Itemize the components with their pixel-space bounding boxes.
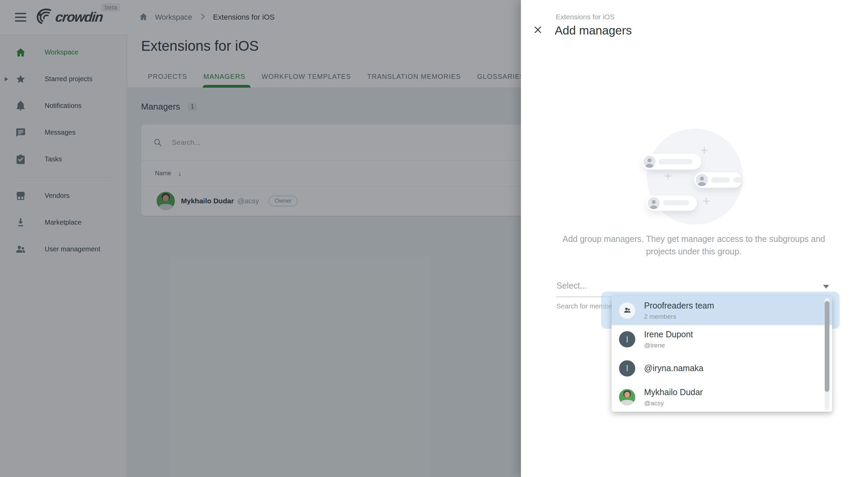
illustration-bar	[663, 200, 689, 205]
dropdown-item-name: Mykhailo Dudar	[644, 387, 703, 397]
illustration-pill	[642, 154, 701, 169]
drawer-context-label: Extensions for iOS	[556, 13, 615, 21]
plus-icon: +	[700, 143, 708, 157]
dropdown-item-mykhailo-dudar[interactable]: Mykhailo Dudar @acsy	[612, 383, 832, 412]
letter-avatar: I	[619, 331, 635, 347]
dropdown-item-meta: 2 members	[644, 313, 714, 320]
plus-icon: +	[702, 194, 710, 208]
add-managers-drawer: Extensions for iOS Add managers + + + Ad…	[521, 0, 868, 477]
plus-icon: +	[664, 169, 672, 183]
letter-avatar: I	[619, 360, 635, 377]
dropdown-item-name: @iryna.namaka	[644, 363, 703, 373]
illustration-pill	[646, 196, 697, 211]
illustration-bar	[711, 177, 730, 183]
avatar	[619, 389, 635, 405]
illustration-avatar-icon	[648, 197, 660, 209]
dropdown-item-name: Irene Dupont	[644, 330, 693, 339]
dropdown-item-proofreaders-team[interactable]: Proofreaders team 2 members	[612, 296, 832, 325]
dropdown-item-name: Proofreaders team	[644, 301, 714, 311]
dropdown-scrollbar-thumb[interactable]	[825, 301, 829, 392]
group-avatar-icon	[619, 302, 635, 319]
member-dropdown: Proofreaders team 2 members I Irene Dupo…	[612, 296, 832, 412]
dropdown-item-meta: @acsy	[644, 400, 703, 407]
dropdown-item-irene-dupont[interactable]: I Irene Dupont @irene	[612, 325, 832, 354]
drawer-description: Add group managers. They get manager acc…	[556, 233, 831, 258]
dropdown-item-meta: @irene	[644, 342, 693, 349]
close-icon[interactable]	[531, 23, 545, 37]
drawer-title: Add managers	[555, 24, 632, 37]
illustration-avatar-icon	[643, 156, 656, 168]
dropdown-item-iryna-namaka[interactable]: I @iryna.namaka	[612, 354, 832, 383]
illustration-avatar-icon	[696, 174, 708, 186]
caret-down-icon[interactable]	[823, 285, 829, 289]
select-placeholder: Select...	[556, 281, 587, 291]
illustration-pill	[694, 172, 742, 188]
illustration-bar	[659, 159, 692, 164]
illustration-bar	[733, 177, 742, 183]
